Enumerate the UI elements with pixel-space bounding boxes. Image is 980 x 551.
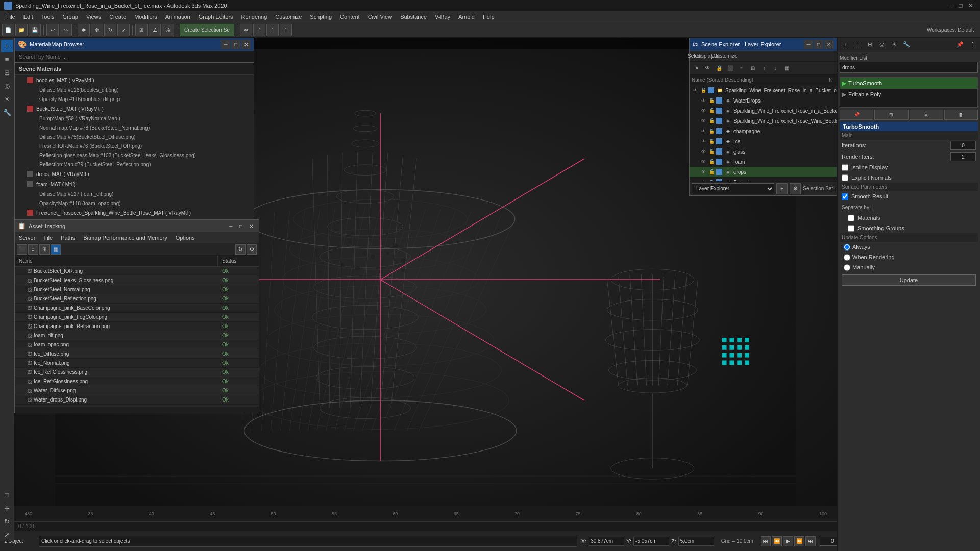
- timeline[interactable]: 0 / 100: [14, 521, 837, 531]
- ts-materials-checkbox[interactable]: [848, 215, 854, 221]
- ts-isoline-checkbox[interactable]: [842, 164, 848, 171]
- mat-browser-minimize[interactable]: ─: [221, 40, 230, 49]
- at-menu-bitmap[interactable]: Bitmap Performance and Memory: [79, 232, 171, 243]
- le-tool-3[interactable]: 🔒: [714, 63, 724, 73]
- le-lock-icon[interactable]: 🔓: [708, 168, 715, 176]
- mat-sub-bucket-diff[interactable]: Diffuse:Map #75(BucketSteel_Diffuse.png): [15, 132, 254, 141]
- scale-tool-left[interactable]: ⤢: [1, 529, 13, 541]
- mat-item-bucket-steel[interactable]: BucketSteel_MAT ( VRayMtl ): [15, 104, 254, 114]
- z-coord-input[interactable]: [678, 537, 714, 546]
- menu-item-arnold[interactable]: Arnold: [454, 11, 479, 22]
- menu-item-v-ray[interactable]: V-Ray: [431, 11, 454, 22]
- le-visibility-icon[interactable]: 👁: [700, 97, 707, 104]
- mat-item-foam[interactable]: foam_MAT ( Mtl ): [15, 179, 254, 189]
- le-visibility-icon[interactable]: 👁: [692, 87, 699, 94]
- le-tab-display[interactable]: Display: [700, 51, 710, 61]
- modifier-turbsmooth[interactable]: ▶ TurboSmooth: [840, 78, 977, 89]
- align2-button[interactable]: ⋮: [266, 24, 279, 36]
- mat-sub-bucket-normal[interactable]: Normal map:Map #78 (BucketSteel_Normal.p…: [15, 123, 254, 132]
- le-visibility-icon[interactable]: 👁: [700, 148, 707, 155]
- ts-always-radio[interactable]: [844, 244, 850, 251]
- redo-button[interactable]: ↪: [60, 24, 72, 36]
- menu-item-animation[interactable]: Animation: [161, 11, 194, 22]
- mat-browser-close[interactable]: ✕: [241, 40, 251, 49]
- mat-sub-bucket-refl-gloss[interactable]: Reflection glossiness:Map #103 (BucketSt…: [15, 151, 254, 160]
- menu-item-graph-editors[interactable]: Graph Editors: [194, 11, 237, 22]
- mat-sub-foam-opac[interactable]: Opacity:Map #118 (foam_opac.png): [15, 198, 254, 208]
- motion-tool[interactable]: ◎: [1, 80, 13, 92]
- align-button[interactable]: ⋮: [253, 24, 265, 36]
- le-lock-icon[interactable]: 🔓: [708, 138, 715, 145]
- at-menu-file[interactable]: File: [39, 232, 57, 243]
- le-tool-1[interactable]: ✕: [692, 63, 702, 73]
- le-tool-8[interactable]: ↓: [770, 63, 780, 73]
- menu-item-views[interactable]: Views: [82, 11, 105, 22]
- le-tool-6[interactable]: ⊞: [748, 63, 758, 73]
- le-visibility-icon[interactable]: 👁: [700, 117, 707, 124]
- le-tool-9[interactable]: ▦: [781, 63, 792, 73]
- percent-snap-button[interactable]: %: [162, 24, 174, 36]
- hierarchy-tool[interactable]: ⊞: [1, 66, 13, 79]
- ts-iterations-input[interactable]: [950, 141, 976, 150]
- save-button[interactable]: 💾: [29, 24, 41, 36]
- snap-button[interactable]: ⊞: [135, 24, 148, 36]
- le-layer-item[interactable]: 👁🔓◈foam: [690, 157, 837, 167]
- le-tool-7[interactable]: ↕: [759, 63, 769, 73]
- at-file-row[interactable]: foam_dif.pngOk: [15, 331, 259, 340]
- ts-smoothing-groups-checkbox[interactable]: [848, 225, 854, 232]
- select-button[interactable]: ✱: [78, 24, 90, 36]
- le-layer-item[interactable]: 👁🔓◈Ice: [690, 136, 837, 146]
- at-file-row[interactable]: Water_Diffuse.pngOk: [15, 386, 259, 395]
- le-minimize[interactable]: ─: [804, 40, 813, 49]
- align3-button[interactable]: ⋮: [280, 24, 292, 36]
- le-lock-icon[interactable]: 🔓: [708, 158, 715, 165]
- le-layer-item[interactable]: 👁🔓◈WaterDrops: [690, 95, 837, 106]
- menu-item-content[interactable]: Content: [336, 11, 364, 22]
- at-maximize[interactable]: □: [236, 221, 246, 231]
- le-lock-icon[interactable]: 🔓: [700, 87, 707, 94]
- create-selection-button[interactable]: Create Selection Se: [180, 24, 234, 36]
- menu-item-help[interactable]: Help: [479, 11, 499, 22]
- rp-pin-btn[interactable]: 📌: [954, 39, 966, 51]
- minimize-button[interactable]: ─: [945, 1, 955, 11]
- mat-browser-maximize[interactable]: □: [231, 40, 240, 49]
- le-tool-5[interactable]: ≡: [737, 63, 747, 73]
- le-add-layer-btn[interactable]: +: [776, 183, 788, 194]
- at-btn-4[interactable]: ▦: [51, 244, 61, 255]
- le-tool-2[interactable]: 👁: [703, 63, 713, 73]
- menu-item-substance[interactable]: Substance: [396, 11, 431, 22]
- at-btn-1[interactable]: ⬛: [17, 244, 27, 255]
- menu-item-modifiers[interactable]: Modifiers: [130, 11, 161, 22]
- mat-sub-foam-diff[interactable]: Diffuse:Map #117 (foam_dif.png): [15, 189, 254, 198]
- at-file-row[interactable]: Ice_RefrGlossiness.pngOk: [15, 377, 259, 386]
- go-start-btn[interactable]: ⏮: [761, 536, 771, 546]
- mat-item-freixenet[interactable]: Freixenet_Prosecco_Sparkling_Wine_Bottle…: [15, 208, 254, 218]
- maximize-button[interactable]: □: [955, 1, 966, 11]
- at-btn-2[interactable]: ≡: [28, 244, 38, 255]
- x-coord-input[interactable]: [589, 537, 624, 546]
- at-minimize[interactable]: ─: [226, 221, 235, 231]
- mat-sub-bucket-ior[interactable]: Fresnel IOR:Map #76 (BucketSteel_IOR.png…: [15, 141, 254, 151]
- le-close[interactable]: ✕: [824, 40, 834, 49]
- show-end-result-btn[interactable]: ⊞: [874, 110, 908, 120]
- le-sort-btn[interactable]: ⇅: [826, 76, 835, 84]
- ts-explicit-normals-checkbox[interactable]: [842, 174, 848, 181]
- le-layer-item[interactable]: 👁🔓◈Sparkling_Wine_Freixenet_Rose_in_a_Bu…: [690, 106, 837, 116]
- rp-modify-btn[interactable]: ≡: [852, 39, 863, 51]
- open-button[interactable]: 📁: [15, 24, 28, 36]
- mirror-button[interactable]: ⇔: [240, 24, 252, 36]
- le-lock-icon[interactable]: 🔓: [708, 117, 715, 124]
- at-menu-options[interactable]: Options: [172, 232, 199, 243]
- at-menu-server[interactable]: Server: [15, 232, 39, 243]
- mat-sub-bucket-refl[interactable]: Reflection:Map #79 (BucketSteel_Reflecti…: [15, 160, 254, 169]
- angle-snap-button[interactable]: ∠: [149, 24, 161, 36]
- mat-browser-title-bar[interactable]: 🎨 Material/Map Browser ─ □ ✕: [15, 38, 254, 51]
- menu-item-rendering[interactable]: Rendering: [237, 11, 272, 22]
- mat-search-input[interactable]: [15, 51, 254, 63]
- move-button[interactable]: ✜: [91, 24, 103, 36]
- menu-item-customize[interactable]: Customize: [271, 11, 306, 22]
- at-title-bar[interactable]: 📋 Asset Tracking ─ □ ✕: [15, 220, 259, 232]
- y-coord-input[interactable]: [633, 537, 669, 546]
- next-key-btn[interactable]: ⏩: [794, 536, 804, 546]
- rotate-tool-left[interactable]: ↻: [1, 515, 13, 528]
